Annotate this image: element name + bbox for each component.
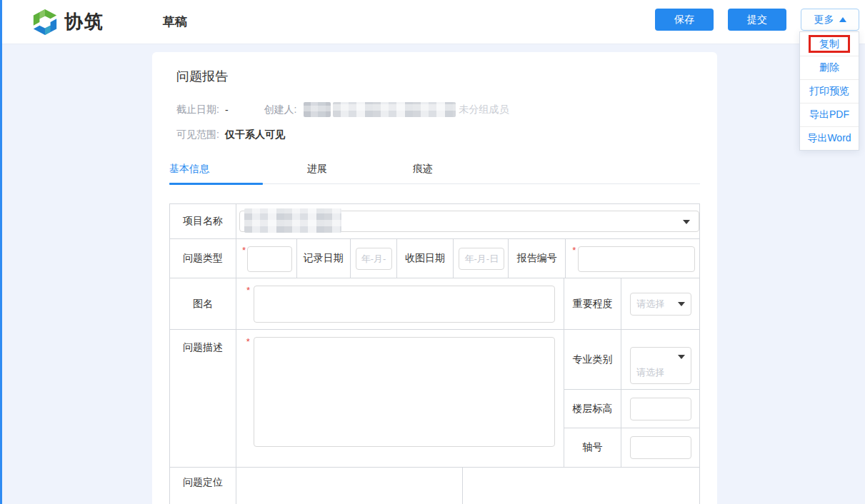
visibility-value: 仅干系人可见 [225,128,285,141]
axis-input[interactable] [630,436,691,459]
chevron-down-icon [678,355,685,359]
logo-text: 协筑 [64,9,104,34]
copy-highlight-box: 复制 [809,35,850,53]
report-meta-row-1: 截止日期: - 创建人: 未分组成员 [176,102,700,117]
chevron-down-icon [683,220,690,224]
deadline-value: - [225,104,229,116]
description-cell: * [236,330,564,468]
app-logo[interactable]: 协筑 [31,9,104,36]
location-label: 问题定位 [170,468,236,504]
report-card: 问题报告 截止日期: - 创建人: 未分组成员 可见范围: 仅干系人可见 基本信… [152,52,717,504]
report-title: 问题报告 [176,68,700,85]
deadline-label: 截止日期: [176,104,219,116]
record-date-cell [351,239,397,278]
project-name-cell [236,204,700,239]
chevron-up-icon [839,17,846,22]
row-type-dates: 问题类型 * 记录日期 收图日期 报告编号 * [170,239,700,278]
floor-label: 楼层标高 [564,390,621,428]
menu-item-delete[interactable]: 删除 [800,56,859,79]
required-asterisk: * [242,245,246,256]
report-no-input[interactable] [578,246,695,272]
report-no-cell: * [566,239,700,278]
active-tab-underline [169,183,263,185]
menu-item-export-word[interactable]: 导出Word [800,126,859,150]
required-asterisk: * [572,245,576,256]
drawing-name-label: 图名 [170,278,236,330]
left-edge-accent [0,0,2,504]
tab-trace[interactable]: 痕迹 [413,163,433,176]
tab-basic-info[interactable]: 基本信息 [169,163,209,176]
row-drawing-importance: 图名 * 重要程度 请选择 [170,278,700,330]
row-location: 问题定位 [170,468,700,504]
axis-label: 轴号 [564,428,621,468]
category-cell: 请选择 [621,330,700,390]
header-actions: 保存 提交 更多 [641,9,859,31]
visibility-label: 可见范围: [176,128,219,141]
receive-date-cell [454,239,509,278]
tab-progress[interactable]: 进展 [307,163,327,176]
right-fields-stack: 专业类别 请选择 楼层标高 轴号 [564,330,700,468]
description-label: 问题描述 [170,330,236,468]
page-title: 草稿 [163,14,187,30]
importance-placeholder: 请选择 [636,298,664,311]
importance-cell: 请选择 [621,278,700,330]
creator-org-redacted [333,102,456,117]
problem-type-label: 问题类型 [170,239,236,278]
more-button[interactable]: 更多 [801,9,859,31]
more-button-label: 更多 [814,9,834,30]
report-tabs: 基本信息 进展 痕迹 [169,158,700,184]
floor-input[interactable] [630,398,691,420]
submit-button[interactable]: 提交 [728,9,786,31]
project-name-select[interactable] [239,211,699,232]
description-textarea[interactable] [254,337,555,447]
problem-type-input[interactable] [247,246,292,272]
menu-item-copy[interactable]: 复制 [800,32,859,56]
report-no-label: 报告编号 [509,239,566,278]
chevron-down-icon [678,302,685,306]
location-cell-left[interactable] [236,468,464,504]
project-name-label: 项目名称 [170,204,236,239]
menu-item-print-preview[interactable]: 打印预览 [800,79,859,103]
creator-group-tag: 未分组成员 [459,104,509,116]
report-form-table: 项目名称 问题类型 * 记录日期 收图日期 报告编号 [169,203,700,504]
row-project-name: 项目名称 [170,204,700,239]
report-meta-row-2: 可见范围: 仅干系人可见 [176,128,700,141]
problem-type-cell: * [236,239,297,278]
record-date-label: 记录日期 [297,239,351,278]
floor-cell [621,390,700,428]
drawing-name-cell: * [236,278,564,330]
importance-select[interactable]: 请选择 [630,293,691,316]
project-name-redacted [244,208,341,233]
category-label: 专业类别 [564,330,621,390]
menu-item-export-pdf[interactable]: 导出PDF [800,103,859,126]
axis-cell [621,428,700,468]
record-date-input[interactable] [356,248,392,270]
creator-label: 创建人: [264,104,297,116]
xiezhu-logo-icon [31,9,59,36]
required-asterisk: * [246,285,250,296]
row-description: 问题描述 * 专业类别 请选择 楼层标高 [170,330,700,468]
category-select[interactable]: 请选择 [630,347,691,384]
creator-name-redacted [304,102,331,117]
more-dropdown-menu: 复制 删除 打印预览 导出PDF 导出Word [799,31,859,151]
location-cell-right[interactable] [463,468,700,504]
importance-label: 重要程度 [564,278,621,330]
category-placeholder: 请选择 [636,366,664,379]
app-header: 协筑 草稿 保存 提交 更多 [0,0,865,44]
drawing-name-textarea[interactable] [254,286,555,323]
receive-date-label: 收图日期 [397,239,454,278]
save-button[interactable]: 保存 [655,9,714,31]
required-asterisk: * [246,336,250,347]
receive-date-input[interactable] [459,248,504,270]
